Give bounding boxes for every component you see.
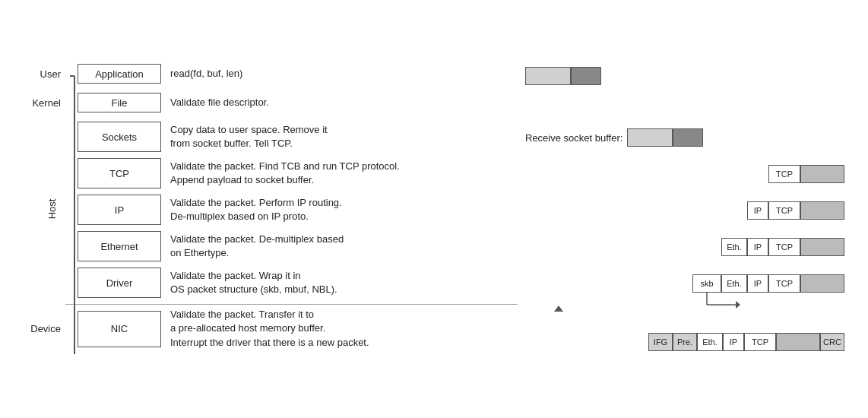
ip-box: IP <box>78 195 161 225</box>
diagram: Host User Application read(fd, buf, len)… <box>16 49 852 369</box>
nic-tcp-cell: TCP <box>744 333 776 351</box>
driver-buffer-row: skb Eth. IP TCP <box>525 268 844 299</box>
nic-box: NIC <box>78 311 161 347</box>
up-arrow-icon <box>554 306 563 312</box>
driver-description: Validate the packet. Wrap it inOS packet… <box>161 269 518 296</box>
ip-description: Validate the packet. Perform IP routing.… <box>161 196 518 223</box>
eth-buffer-row: Eth. IP TCP <box>525 231 844 263</box>
file-description: Validate file descriptor. <box>161 96 518 109</box>
sockets-row: Sockets Copy data to user space. Remove … <box>24 122 518 154</box>
drv-tcp-cell: TCP <box>768 274 800 293</box>
ethernet-row: Ethernet Validate the packet. De-multipl… <box>24 231 518 263</box>
ip-header-cell: IP <box>747 201 768 220</box>
file-buffer-row <box>525 93 844 117</box>
application-box: Application <box>78 64 161 84</box>
ethernet-box: Ethernet <box>78 231 161 261</box>
nic-buffer-row: IFG Pre. Eth. IP TCP CRC <box>525 312 844 351</box>
ip-row: IP Validate the packet. Perform IP routi… <box>24 195 518 226</box>
ip-buffer-row: IP TCP <box>525 195 844 226</box>
drv-data-cell <box>800 274 844 293</box>
socket-light-cell <box>627 128 673 147</box>
ip-data-cell <box>800 201 844 220</box>
tcp-buffer-row: TCP <box>525 158 844 190</box>
user-row: User Application read(fd, buf, len) <box>24 64 518 88</box>
up-arrow-container <box>554 306 563 312</box>
socket-dark-cell <box>673 128 703 147</box>
application-description: read(fd, buf, len) <box>161 67 518 81</box>
pre-cell: Pre. <box>673 333 697 351</box>
tcp-row: TCP Validate the packet. Find TCB and ru… <box>24 158 518 190</box>
host-label: Host <box>46 199 58 220</box>
ifg-cell: IFG <box>648 333 673 351</box>
tcp-box: TCP <box>78 158 161 188</box>
driver-row: Driver Validate the packet. Wrap it inOS… <box>24 268 518 299</box>
tcp-header-cell: TCP <box>768 165 800 183</box>
sockets-buffer-row: Receive socket buffer: <box>525 122 844 154</box>
file-row: Kernel File Validate file descriptor. <box>24 93 518 117</box>
crc-cell: CRC <box>820 333 844 351</box>
driver-box: Driver <box>78 268 161 298</box>
sockets-box: Sockets <box>78 122 161 152</box>
ip-tcp-cell: TCP <box>768 201 800 220</box>
nic-eth-cell: Eth. <box>697 333 723 351</box>
ethernet-description: Validate the packet. De-multiplex basedo… <box>161 233 518 260</box>
app-dark-cell <box>571 67 601 85</box>
kernel-section-label: Kernel <box>24 97 65 109</box>
device-section-label: Device <box>24 323 65 334</box>
drv-eth-cell: Eth. <box>721 274 747 293</box>
sockets-description: Copy data to user space. Remove itfrom s… <box>161 123 518 150</box>
file-box: File <box>78 93 161 112</box>
tcp-data-cell <box>800 165 844 183</box>
eth-header-cell: Eth. <box>721 238 747 256</box>
app-light-cell <box>525 67 571 85</box>
nic-ip-cell: IP <box>723 333 744 351</box>
tcp-description: Validate the packet. Find TCB and run TC… <box>161 160 518 187</box>
nic-description: Validate the packet. Transfer it toa pre… <box>161 308 518 350</box>
drv-ip-cell: IP <box>747 274 768 293</box>
app-buffer-row <box>525 64 844 88</box>
nic-data-cell <box>776 333 820 351</box>
nic-row: Device NIC Validate the packet. Transfer… <box>24 308 518 350</box>
eth-tcp-cell: TCP <box>768 238 800 256</box>
receive-socket-buffer-label: Receive socket buffer: <box>525 132 622 144</box>
user-section-label: User <box>24 68 65 80</box>
eth-ip-cell: IP <box>747 238 768 256</box>
eth-data-cell <box>800 238 844 256</box>
skb-cell: skb <box>692 274 721 293</box>
